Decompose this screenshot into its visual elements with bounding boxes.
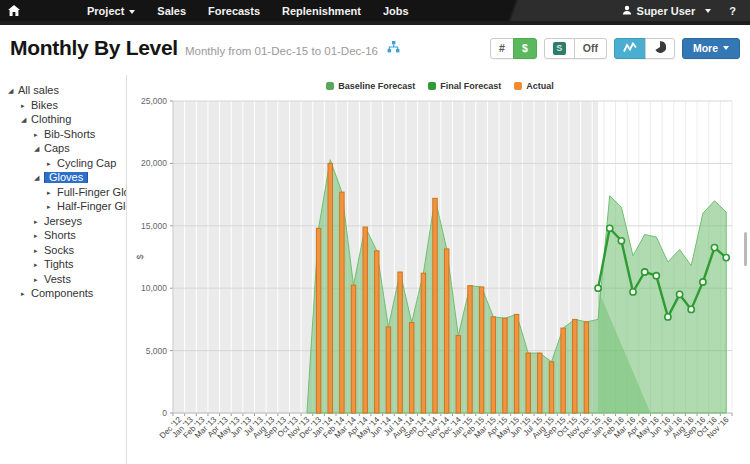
tree-label: Shorts bbox=[44, 230, 76, 241]
svg-text:$: $ bbox=[135, 254, 145, 259]
legend-label: Actual bbox=[526, 81, 554, 91]
superimpose-off-button[interactable]: Off bbox=[574, 38, 607, 59]
tree-label: Tights bbox=[44, 259, 74, 270]
chart-canvas[interactable]: 05,00010,00015,00020,00025,000Dec '12Jan… bbox=[130, 75, 750, 464]
svg-text:20,000: 20,000 bbox=[141, 158, 167, 168]
sidebar-item-bib-shorts[interactable]: ▸Bib-Shorts bbox=[8, 129, 126, 140]
tree-label: Caps bbox=[44, 143, 70, 154]
top-navbar: ProjectSalesForecastsReplenishmentJobs S… bbox=[0, 0, 750, 21]
chevron-down-icon bbox=[129, 10, 135, 14]
sidebar-item-jerseys[interactable]: ▸Jerseys bbox=[8, 216, 126, 227]
sidebar-item-full-finger-gloves[interactable]: ▸Full-Finger Gloves bbox=[8, 187, 126, 198]
page-header: Monthly By Level Monthly from 01-Dec-15 … bbox=[0, 27, 750, 69]
sidebar-item-cycling-cap[interactable]: ▸Cycling Cap bbox=[8, 158, 126, 169]
more-button[interactable]: More bbox=[682, 38, 740, 59]
legend-label: Baseline Forecast bbox=[338, 81, 415, 91]
tree-label: Vests bbox=[44, 274, 71, 285]
sidebar-item-bikes[interactable]: ▸Bikes bbox=[8, 100, 126, 111]
tree-toggle-icon[interactable]: ◢ bbox=[34, 172, 44, 183]
superimpose-group: S Off bbox=[544, 38, 607, 59]
tree-toggle-icon[interactable]: ▸ bbox=[34, 230, 44, 241]
tree-label: Full-Finger Gloves bbox=[57, 187, 126, 198]
sidebar-item-shorts[interactable]: ▸Shorts bbox=[8, 230, 126, 241]
legend-swatch-icon bbox=[514, 82, 522, 90]
tree-toggle-icon[interactable]: ▸ bbox=[47, 187, 57, 198]
sidebar-item-components[interactable]: ▸Components bbox=[8, 288, 126, 299]
tree-label: Gloves bbox=[44, 172, 88, 183]
legend-swatch-icon bbox=[428, 82, 436, 90]
tree-toggle-icon[interactable]: ◢ bbox=[8, 85, 18, 96]
sidebar-item-socks[interactable]: ▸Socks bbox=[8, 245, 126, 256]
superimpose-button[interactable]: S bbox=[544, 38, 575, 59]
tree-toggle-icon[interactable]: ▸ bbox=[34, 259, 44, 270]
forecast-chart[interactable]: Baseline ForecastFinal ForecastActual 05… bbox=[130, 75, 750, 464]
chart-toolbar: # $ S Off More bbox=[490, 38, 740, 59]
line-chart-button[interactable] bbox=[614, 38, 646, 59]
user-menu[interactable]: Super User bbox=[622, 5, 712, 17]
tree-label: All sales bbox=[18, 85, 59, 96]
tree-label: Half-Finger Gloves bbox=[57, 201, 126, 212]
sidebar-item-vests[interactable]: ▸Vests bbox=[8, 274, 126, 285]
tree-label: Bikes bbox=[31, 100, 58, 111]
line-chart-icon bbox=[623, 42, 637, 55]
legend-label: Final Forecast bbox=[440, 81, 501, 91]
tree-toggle-icon[interactable]: ◢ bbox=[34, 143, 44, 154]
tree-toggle-icon[interactable]: ▸ bbox=[34, 216, 44, 227]
svg-text:10,000: 10,000 bbox=[141, 283, 167, 293]
tree-label: Bib-Shorts bbox=[44, 129, 95, 140]
tree-toggle-icon[interactable]: ▸ bbox=[34, 274, 44, 285]
chevron-down-icon bbox=[705, 9, 711, 13]
navbar-right: Super User ? bbox=[622, 5, 750, 17]
tree-toggle-icon[interactable]: ▸ bbox=[47, 201, 57, 212]
menu-item-jobs[interactable]: Jobs bbox=[372, 5, 420, 17]
svg-text:15,000: 15,000 bbox=[141, 221, 167, 231]
tree-toggle-icon[interactable]: ▸ bbox=[34, 245, 44, 256]
person-icon bbox=[622, 5, 632, 17]
menu-item-project[interactable]: Project bbox=[76, 5, 146, 17]
legend-item-final-forecast[interactable]: Final Forecast bbox=[428, 81, 501, 91]
tree-toggle-icon[interactable]: ◢ bbox=[21, 114, 31, 125]
chart-legend: Baseline ForecastFinal ForecastActual bbox=[130, 81, 750, 91]
legend-swatch-icon bbox=[326, 82, 334, 90]
tree-toggle-icon[interactable]: ▸ bbox=[21, 288, 31, 299]
home-icon[interactable] bbox=[0, 5, 30, 16]
tree-toggle-icon[interactable]: ▸ bbox=[34, 129, 44, 140]
tree-toggle-icon[interactable]: ▸ bbox=[47, 158, 57, 169]
user-name: Super User bbox=[637, 5, 696, 17]
tree-label: Socks bbox=[44, 245, 74, 256]
tree-toggle-icon[interactable]: ▸ bbox=[21, 100, 31, 111]
menu-item-replenishment[interactable]: Replenishment bbox=[271, 5, 372, 17]
legend-item-baseline-forecast[interactable]: Baseline Forecast bbox=[326, 81, 415, 91]
legend-item-actual[interactable]: Actual bbox=[514, 81, 554, 91]
pie-chart-button[interactable] bbox=[645, 38, 675, 59]
page-subtitle: Monthly from 01-Dec-15 to 01-Dec-16 bbox=[185, 45, 378, 57]
help-button[interactable]: ? bbox=[729, 5, 736, 17]
pie-chart-icon bbox=[654, 41, 666, 55]
tree-label: Components bbox=[31, 288, 93, 299]
superimpose-icon: S bbox=[553, 42, 566, 55]
more-button-label: More bbox=[693, 42, 718, 54]
tree-label: Clothing bbox=[31, 114, 71, 125]
sidebar-item-all-sales[interactable]: ◢All sales bbox=[8, 85, 126, 96]
sidebar-item-gloves[interactable]: ◢Gloves bbox=[8, 172, 126, 183]
navbar-shadow-strip bbox=[0, 21, 750, 25]
menu-item-forecasts[interactable]: Forecasts bbox=[197, 5, 271, 17]
currency-mode-button[interactable]: $ bbox=[513, 38, 537, 59]
org-tree-icon[interactable] bbox=[387, 39, 400, 57]
sidebar-item-half-finger-gloves[interactable]: ▸Half-Finger Gloves bbox=[8, 201, 126, 212]
sidebar-item-clothing[interactable]: ◢Clothing bbox=[8, 114, 126, 125]
chart-type-group bbox=[614, 38, 675, 59]
title-block: Monthly By Level Monthly from 01-Dec-15 … bbox=[10, 36, 400, 60]
value-mode-group: # $ bbox=[490, 38, 537, 59]
sidebar-item-tights[interactable]: ▸Tights bbox=[8, 259, 126, 270]
sidebar-item-caps[interactable]: ◢Caps bbox=[8, 143, 126, 154]
tree-label: Jerseys bbox=[44, 216, 82, 227]
page-title: Monthly By Level bbox=[10, 36, 178, 60]
tree-label: Cycling Cap bbox=[57, 158, 116, 169]
main-menu: ProjectSalesForecastsReplenishmentJobs bbox=[76, 0, 420, 21]
svg-text:5,000: 5,000 bbox=[146, 346, 168, 356]
number-mode-button[interactable]: # bbox=[490, 38, 514, 59]
svg-text:0: 0 bbox=[162, 408, 167, 418]
chevron-down-icon bbox=[723, 46, 729, 50]
menu-item-sales[interactable]: Sales bbox=[146, 5, 197, 17]
